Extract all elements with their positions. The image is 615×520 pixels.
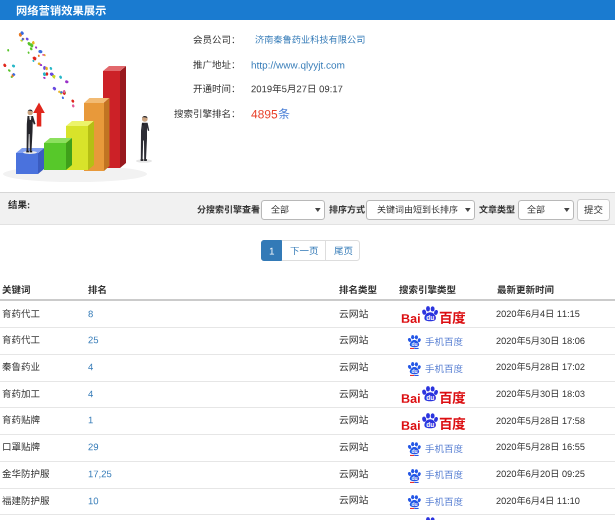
svg-text:du: du (426, 394, 434, 401)
svg-text:du: du (411, 502, 417, 507)
svg-text:du: du (426, 421, 434, 428)
svg-text:du: du (411, 476, 417, 481)
svg-text:du: du (411, 369, 417, 374)
svg-text:du: du (411, 449, 417, 454)
svg-text:du: du (411, 342, 417, 347)
svg-text:du: du (426, 314, 434, 321)
